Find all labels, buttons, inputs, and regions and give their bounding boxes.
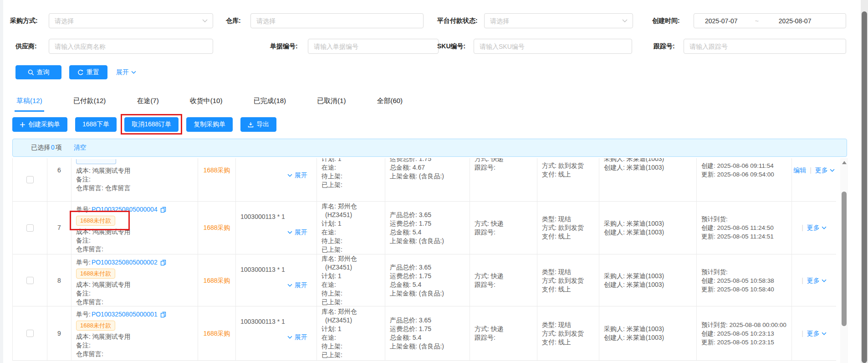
tab-6[interactable]: 全部(60) [377,97,403,112]
order-info-lines: 成本: 鸿展测试专用备注:仓库留言: [76,280,193,306]
purchase-method-select[interactable] [49,13,213,28]
window-scrollbar-thumb[interactable] [862,11,867,363]
purchase-method-select-input[interactable] [49,14,213,28]
payment-cell: 方式: 款到发货支付: 线上 [537,158,599,201]
table-scrollbar[interactable] [840,158,848,363]
supplier-input-field[interactable] [49,39,213,54]
row-index: 7 [47,202,71,254]
platform-payment-status-input[interactable] [485,14,633,28]
people-cell: 采购人: 米莱迪(1003)创建人: 米莱迪(1003) [599,202,697,254]
page-left-edge [0,0,3,363]
scroll-up-arrow-icon[interactable] [842,161,847,164]
search-button[interactable]: 查询 [15,65,61,79]
date-range-start[interactable]: 2025-07-07 [705,17,738,25]
order-number-link[interactable]: PO1003250805000004 [92,205,158,214]
row-checkbox[interactable] [26,330,34,337]
chevron-down-icon [287,174,292,177]
sku-cell: 展开 [236,158,317,201]
tracking-no-input-field[interactable] [684,39,846,54]
tracking-no-input[interactable] [684,39,846,53]
tab-4[interactable]: 已完成(18) [253,97,286,112]
row-actions-cell: | 更多 [792,202,836,254]
export-button[interactable]: 导出 [240,117,276,132]
order-number-link[interactable]: PO1003250805000001 [92,310,158,319]
tab-5[interactable]: 已取消(1) [317,97,346,112]
expand-row-link[interactable]: 展开 [287,281,307,290]
sku-cell: 1003000113 * 1 展开 [236,306,317,360]
filter-label-platform-payment-status: 平台付款状态: [437,13,478,28]
dates-cell: 创建: 2025-08-06 09:11:54更新: 2025-08-06 09… [697,158,792,201]
filter-label-sku-no: SKU编号: [437,39,465,54]
window-scrollbar[interactable] [861,0,868,363]
more-link[interactable]: 更多 [807,329,827,338]
chevron-down-icon [131,71,136,74]
order-info-lines: 成本: 鸿展测试专用备注:仓库留言: 仓库留言 [76,166,193,192]
more-link[interactable]: 更多 [815,166,835,175]
expand-row-link[interactable]: 展开 [287,333,307,342]
copy-purchase-order-button[interactable]: 复制采购单 [186,117,233,132]
order-1688-button[interactable]: 1688下单 [75,117,117,132]
create-purchase-order-button[interactable]: 创建采购单 [12,117,67,132]
more-link[interactable]: 更多 [807,276,827,285]
order-number-link[interactable]: PO1003250805000002 [92,258,158,267]
sku-quantity: 1003000113 * 1 [240,317,312,326]
supplier-input[interactable] [49,39,213,53]
amounts-cell: 产品总价: 3.65运费总价: 1.75总金额: 5.4上架金额: (含良品:) [385,202,470,254]
search-icon [28,69,34,76]
date-range-end[interactable]: 2025-08-07 [779,17,812,25]
sku-no-input-field[interactable] [474,39,632,54]
warehouse-cell: 库名: 郑州仓(HZ3451)计划: 1在途:待上架:已上架: [317,254,385,306]
more-link[interactable]: 更多 [807,223,827,232]
table-row: 9 单号: PO1003250805000001 1688未付款 成本: 鸿展测… [13,306,836,361]
filter-label-warehouse: 仓库: [226,13,241,28]
refresh-icon [77,69,84,76]
clear-selection-link[interactable]: 清空 [74,144,87,152]
tab-2[interactable]: 在途(7) [137,97,158,112]
shipping-cell: 方式: 快递跟踪号: [470,158,537,201]
warehouse-cell: 库名: 郑州仓(HZ3451)计划: 1在途:待上架:已上架: [317,202,385,254]
payment-cell: 类型: 现结方式: 款到发货支付: 线上 [537,306,599,360]
edit-link[interactable]: 编辑 [793,166,806,175]
copy-icon[interactable] [160,259,166,266]
row-actions-cell: | 更多 [792,254,836,306]
tab-3[interactable]: 收货中(10) [190,97,223,112]
tab-0[interactable]: 草稿(12) [16,97,42,112]
sku-cell: 1003000113 * 1 展开 [236,254,317,306]
expand-row-link[interactable]: 展开 [287,228,307,237]
purchase-method: 1688采购 [198,306,236,360]
document-no-input-field[interactable] [308,39,439,54]
shipping-cell: 方式: 快递跟踪号: [470,306,537,360]
platform-payment-status-select[interactable] [484,13,633,28]
expand-row-link[interactable]: 展开 [287,171,307,180]
row-checkbox[interactable] [26,224,34,232]
warehouse-select-input[interactable] [251,14,423,28]
chevron-down-icon [287,231,292,234]
amounts-cell: 运费总价: 1.75总金额: 4.67上架金额: (含良品:) [385,158,470,201]
chevron-down-icon [822,332,827,335]
people-cell: 采购人: 米莱迪(1003)创建人: 米莱迪(1003) [599,306,697,360]
copy-icon[interactable] [160,311,166,318]
create-time-range-picker[interactable]: 2025-07-07 ~ 2025-08-07 [694,13,846,28]
dates-cell: 预计到货:创建: 2025-08-05 10:58:38更新: 2025-08-… [697,254,792,306]
table-scrollbar-thumb[interactable] [842,192,847,326]
date-range-separator: ~ [755,17,759,25]
order-info-lines: 成本: 鸿展测试专用备注:仓库留言: [76,332,193,358]
cancel-1688-order-button[interactable]: 取消1688订单 [124,117,179,132]
row-checkbox[interactable] [26,277,34,284]
dates-cell: 预计到货:创建: 2025-08-05 11:24:50更新: 2025-08-… [697,202,792,254]
expand-filters-link[interactable]: 展开 [116,65,136,79]
row-checkbox[interactable] [26,176,34,183]
tab-1[interactable]: 已付款(12) [73,97,106,112]
amounts-cell: 产品总价: 3.65运费总价: 1.75总金额: 5.4上架金额: (含良品:) [385,306,470,360]
sku-no-input[interactable] [474,39,632,53]
payment-cell: 类型: 现结方式: 款到发货支付: 线上 [537,254,599,306]
chevron-down-icon [822,279,827,282]
reset-button[interactable]: 重置 [69,65,107,79]
document-no-input[interactable] [308,39,438,53]
filter-label-document-no: 单据编号: [270,39,298,54]
copy-icon[interactable] [160,207,166,213]
payment-status-tag: 1688未付款 [76,216,115,226]
warehouse-select[interactable] [250,13,424,28]
selected-count-text: 已选择0项 [31,144,62,152]
sku-cell: 1003000113 * 1 展开 [236,202,317,254]
